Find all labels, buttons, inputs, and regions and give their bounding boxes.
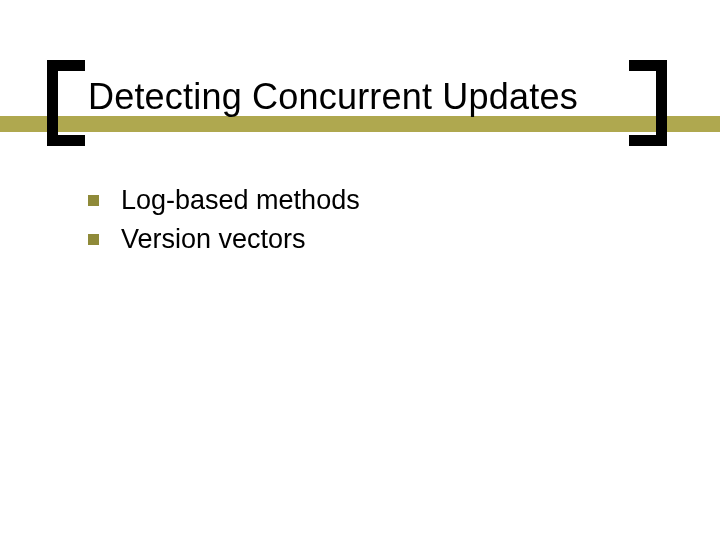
bullet-icon bbox=[88, 234, 99, 245]
bullet-text: Version vectors bbox=[121, 224, 306, 255]
list-item: Version vectors bbox=[88, 224, 360, 255]
list-item: Log-based methods bbox=[88, 185, 360, 216]
slide-title: Detecting Concurrent Updates bbox=[88, 76, 578, 118]
slide-body: Log-based methods Version vectors bbox=[88, 185, 360, 263]
bullet-icon bbox=[88, 195, 99, 206]
accent-stripe bbox=[0, 116, 720, 132]
title-bracket-left bbox=[47, 60, 85, 146]
slide: Detecting Concurrent Updates Log-based m… bbox=[0, 0, 720, 540]
bullet-text: Log-based methods bbox=[121, 185, 360, 216]
title-bracket-right bbox=[629, 60, 667, 146]
